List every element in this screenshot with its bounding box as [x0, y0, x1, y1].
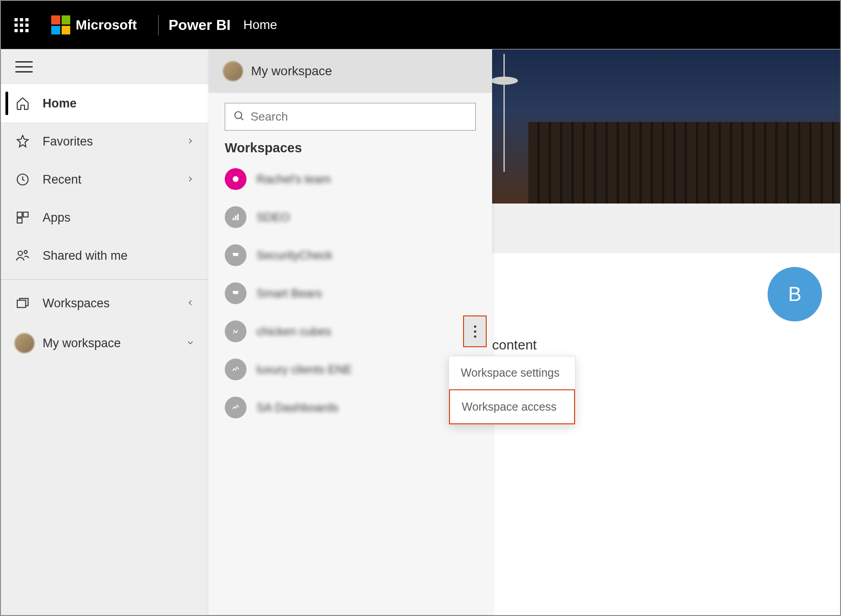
- product-name: Power BI: [169, 17, 231, 34]
- workspaces-flyout: My workspace Workspaces Rachel's team SD…: [208, 49, 492, 615]
- shared-icon: [14, 247, 31, 264]
- more-options-button[interactable]: [463, 315, 487, 347]
- microsoft-logo[interactable]: Microsoft: [51, 15, 137, 34]
- workspace-icon: [225, 244, 246, 266]
- sidebar-item-label: Workspaces: [43, 296, 186, 310]
- svg-rect-1: [17, 212, 22, 217]
- workspace-icon: [225, 397, 246, 418]
- apps-icon: [14, 209, 31, 226]
- workspace-label: SDEO: [256, 210, 290, 224]
- workspace-label: chicken cubes: [256, 325, 331, 339]
- search-input[interactable]: [251, 110, 467, 124]
- sidebar-item-recent[interactable]: Recent: [1, 160, 208, 199]
- workspace-icon: [225, 168, 246, 190]
- sidebar-item-apps[interactable]: Apps: [1, 199, 208, 237]
- sidebar-item-label: Home: [43, 97, 195, 111]
- svg-rect-11: [237, 214, 238, 220]
- workspaces-icon: [14, 295, 31, 311]
- workspace-icon: [225, 320, 246, 342]
- sidebar-item-workspaces[interactable]: Workspaces: [1, 284, 208, 322]
- context-menu: Workspace settings Workspace access: [449, 356, 575, 425]
- banner-image: [492, 49, 840, 204]
- my-workspace-header[interactable]: My workspace: [208, 49, 492, 93]
- svg-point-7: [235, 112, 242, 118]
- sidebar-item-label: Apps: [43, 211, 195, 225]
- top-header: Microsoft Power BI Home: [0, 0, 841, 49]
- my-workspace-label: My workspace: [251, 64, 332, 78]
- star-icon: [14, 133, 31, 150]
- svg-point-4: [18, 251, 22, 255]
- svg-rect-2: [23, 212, 28, 217]
- app-launcher-icon[interactable]: [14, 18, 29, 32]
- workspace-icon: [225, 282, 246, 304]
- sidebar-item-my-workspace[interactable]: My workspace: [1, 322, 208, 364]
- hamburger-button[interactable]: [1, 49, 208, 84]
- sidebar-item-label: Shared with me: [43, 249, 195, 263]
- sidebar-item-label: Recent: [43, 173, 186, 187]
- svg-rect-3: [17, 218, 22, 223]
- home-icon: [14, 95, 31, 112]
- svg-rect-9: [232, 218, 234, 220]
- workspace-label: Rachel's team: [256, 172, 331, 186]
- company-name: Microsoft: [76, 17, 137, 33]
- main-content: B content: [492, 49, 840, 615]
- chevron-down-icon: [186, 336, 195, 350]
- workspace-item[interactable]: SecurityCheck: [208, 236, 492, 274]
- workspace-item[interactable]: chicken cubes: [208, 312, 492, 350]
- sidebar-divider: [1, 279, 208, 280]
- avatar: [223, 61, 243, 81]
- sidebar-item-label: Favorites: [43, 135, 186, 149]
- sidebar-item-shared[interactable]: Shared with me: [1, 237, 208, 275]
- svg-point-5: [24, 251, 27, 254]
- sidebar-item-label: My workspace: [43, 336, 186, 350]
- workspace-label: SA Dashboards: [256, 401, 338, 415]
- workspace-icon: [225, 359, 246, 380]
- tile-label: content: [492, 337, 536, 353]
- header-divider: [158, 15, 159, 35]
- more-vertical-icon: [474, 325, 476, 338]
- workspace-item[interactable]: SDEO: [208, 198, 492, 236]
- avatar: [14, 333, 34, 353]
- workspaces-heading: Workspaces: [208, 135, 492, 160]
- menu-item-workspace-access[interactable]: Workspace access: [449, 389, 575, 424]
- svg-point-8: [233, 176, 239, 182]
- sidebar-item-home[interactable]: Home: [1, 84, 208, 122]
- workspace-label: SecurityCheck: [256, 248, 333, 262]
- workspace-icon: [225, 206, 246, 228]
- svg-point-12: [233, 330, 235, 331]
- workspace-label: luxury clients ENE: [256, 363, 352, 377]
- search-box[interactable]: [225, 103, 476, 131]
- chevron-left-icon: [186, 296, 195, 310]
- sidebar-item-favorites[interactable]: Favorites: [1, 122, 208, 160]
- menu-item-workspace-settings[interactable]: Workspace settings: [449, 356, 575, 389]
- svg-rect-6: [17, 300, 26, 307]
- svg-rect-10: [235, 216, 236, 220]
- workspace-item[interactable]: Smart Bears: [208, 274, 492, 312]
- clock-icon: [14, 171, 31, 188]
- breadcrumb: Home: [243, 18, 277, 32]
- sidebar: Home Favorites Recent Apps: [1, 49, 208, 615]
- chevron-right-icon: [186, 135, 195, 149]
- workspace-item[interactable]: Rachel's team: [208, 160, 492, 198]
- app-tile-icon: B: [768, 267, 822, 321]
- chevron-right-icon: [186, 173, 195, 187]
- search-icon: [233, 110, 245, 124]
- workspace-label: Smart Bears: [256, 286, 322, 301]
